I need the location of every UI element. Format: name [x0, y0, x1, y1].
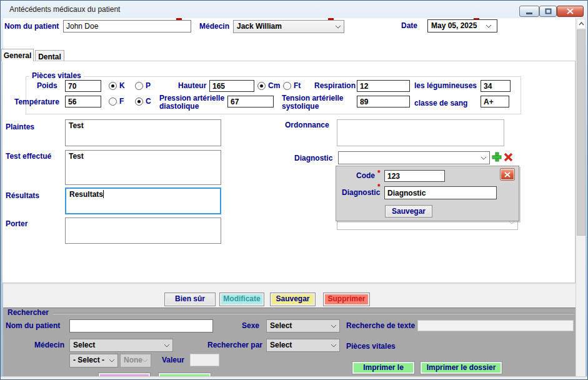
- radio-c-label: C: [146, 98, 151, 106]
- plus-icon: [492, 152, 502, 162]
- doctor-select[interactable]: Jack William: [233, 20, 344, 33]
- field-select[interactable]: - Select -: [69, 354, 118, 368]
- scrollbar-thumb[interactable]: [577, 29, 586, 236]
- radio-kg[interactable]: [109, 82, 117, 90]
- date-label: Date: [401, 22, 417, 30]
- vertical-scrollbar[interactable]: [576, 18, 586, 376]
- chevron-down-icon: [331, 324, 337, 328]
- print-record-button[interactable]: Imprimer le: [352, 361, 415, 374]
- chevron-up-icon: [579, 22, 584, 26]
- respiration-input[interactable]: [357, 80, 410, 92]
- search-group-label: Rechercher: [7, 309, 49, 317]
- radio-c[interactable]: [135, 98, 143, 106]
- text-cursor: [103, 190, 104, 198]
- radio-kg-label: K: [119, 82, 125, 90]
- window-bottom-edge: [1, 376, 588, 380]
- systolic-label: Tension artérielle systolique: [282, 94, 343, 111]
- chevron-down-icon: [164, 344, 170, 348]
- porter-textarea[interactable]: [65, 218, 221, 244]
- delete-diagnostic-button[interactable]: [504, 152, 514, 164]
- rechercher-par-select[interactable]: Select: [266, 339, 340, 352]
- search-text-label: Recherche de texte: [346, 322, 415, 330]
- radio-cm-label: Cm: [268, 82, 280, 90]
- diagnostic-input[interactable]: [384, 186, 497, 199]
- test-effectue-label: Test effectué: [6, 152, 51, 161]
- valeur-input[interactable]: [190, 354, 219, 366]
- code-input[interactable]: [384, 170, 445, 182]
- search-medecin-label: Médecin: [34, 341, 64, 349]
- blood-group-input[interactable]: [481, 96, 509, 108]
- sexe-select[interactable]: Select: [266, 319, 340, 332]
- minimize-icon: [526, 9, 533, 14]
- x-icon: [504, 152, 514, 162]
- radio-lb[interactable]: [135, 82, 143, 90]
- doctor-label: Médecin: [199, 22, 229, 31]
- radio-cm[interactable]: [257, 82, 266, 90]
- groupbox-line: [53, 313, 574, 314]
- tab-dental[interactable]: Dental: [35, 50, 64, 61]
- popup-save-button[interactable]: Sauvegar: [385, 205, 432, 218]
- radio-ft-label: Ft: [294, 82, 301, 90]
- search-text-input[interactable]: [417, 320, 574, 331]
- resultats-label: Résultats: [6, 192, 39, 200]
- date-value: May 05, 2025: [431, 21, 477, 30]
- vitals-group-label: Pièces vitales: [29, 71, 84, 80]
- add-diagnostic-button[interactable]: [492, 152, 502, 164]
- legumineuses-input[interactable]: [481, 80, 511, 92]
- test-effectue-textarea[interactable]: Test: [65, 150, 221, 185]
- required-asterisk: *: [377, 182, 381, 191]
- diastolic-label: Pression artérielle diastolique: [159, 94, 224, 111]
- chevron-down-icon: [486, 24, 492, 28]
- valeur-label: Valeur: [162, 356, 184, 364]
- weight-input[interactable]: [65, 80, 101, 92]
- popup-close-button[interactable]: [501, 169, 514, 180]
- tab-general[interactable]: General: [1, 49, 34, 61]
- blood-group-label: classe de sang: [414, 99, 467, 108]
- patient-name-label: Nom du patient: [4, 22, 59, 31]
- weight-label: Poids: [37, 82, 57, 90]
- maximize-icon: [545, 8, 552, 14]
- popup-diagnostic-label: Diagnostic: [342, 189, 380, 197]
- systolic-input[interactable]: [357, 96, 410, 108]
- minimize-button[interactable]: [519, 6, 539, 17]
- chevron-down-icon: [335, 25, 341, 29]
- operator-select[interactable]: None: [120, 354, 151, 368]
- sexe-label: Sexe: [242, 322, 259, 330]
- patient-name-input[interactable]: [63, 20, 191, 32]
- date-picker[interactable]: May 05, 2025: [427, 19, 497, 32]
- search-patient-input[interactable]: [69, 319, 213, 332]
- doctor-select-value: Jack William: [237, 22, 282, 31]
- radio-f-label: F: [119, 98, 124, 106]
- chevron-down-icon: [481, 156, 487, 160]
- window-title: Antécédents médicaux du patient: [9, 5, 120, 14]
- delete-button[interactable]: Supprimer: [323, 292, 370, 306]
- window: Antécédents médicaux du patient Nom du p…: [0, 0, 588, 380]
- ordonnance-label: Ordonnance: [285, 121, 329, 129]
- temperature-input[interactable]: [65, 96, 101, 108]
- code-label: Code: [356, 172, 375, 180]
- confirm-button[interactable]: Bien sûr: [164, 292, 216, 306]
- chevron-down-icon: [109, 359, 115, 362]
- maximize-button[interactable]: [539, 6, 557, 17]
- search-vitals-label: Pièces vitales: [346, 342, 396, 351]
- close-icon: [567, 8, 574, 14]
- diastolic-input[interactable]: [227, 96, 274, 108]
- modify-button[interactable]: Modificate: [219, 292, 264, 306]
- radio-ft[interactable]: [283, 82, 291, 90]
- plaintes-textarea[interactable]: Test: [65, 119, 221, 146]
- diagnostic-popup: Code * Diagnostic * Sauvegar: [336, 166, 519, 221]
- diagnostic-label: Diagnostic: [294, 154, 332, 162]
- save-button[interactable]: Sauvegar: [270, 292, 316, 306]
- diagnostic-combobox[interactable]: [338, 151, 490, 164]
- radio-f[interactable]: [109, 98, 117, 106]
- rechercher-par-label: Rechercher par: [207, 341, 262, 349]
- print-file-button[interactable]: Imprimer le dossier: [420, 361, 502, 374]
- height-input[interactable]: [209, 80, 254, 92]
- plaintes-label: Plaintes: [6, 123, 34, 131]
- chevron-down-icon: [331, 344, 337, 348]
- search-medecin-select[interactable]: Select: [69, 339, 173, 352]
- close-button[interactable]: [557, 6, 584, 17]
- scrollbar-up-button[interactable]: [577, 19, 586, 29]
- resultats-textarea[interactable]: Resultats: [65, 188, 221, 214]
- ordonnance-textarea[interactable]: [337, 119, 504, 146]
